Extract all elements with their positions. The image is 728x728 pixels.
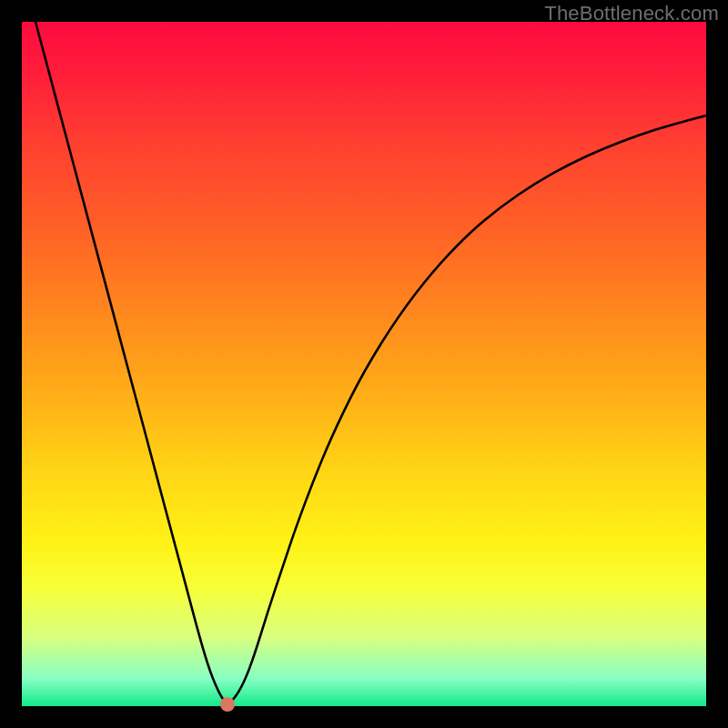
bottleneck-curve — [22, 22, 706, 706]
optimal-point-marker — [220, 697, 235, 712]
chart-plot-area — [22, 22, 706, 706]
